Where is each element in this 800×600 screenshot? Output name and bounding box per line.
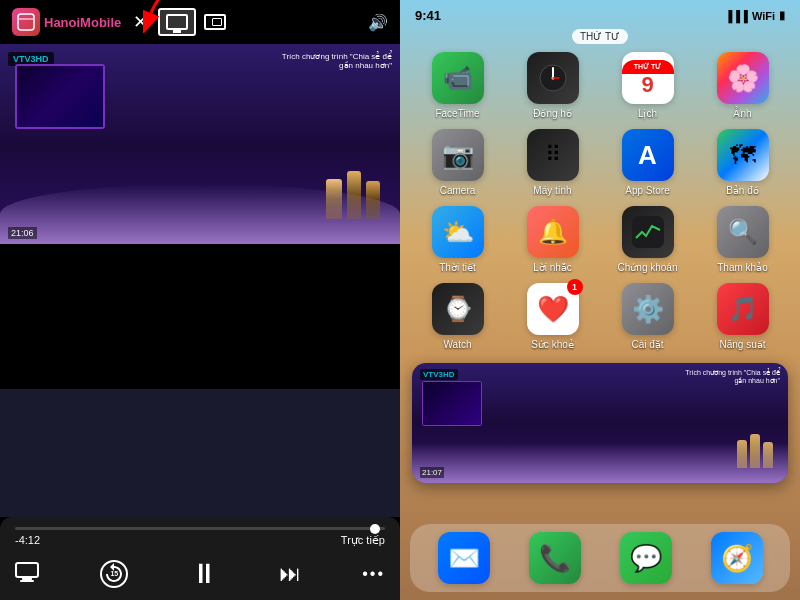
camera-icon: 📷 <box>432 129 484 181</box>
app-watch[interactable]: ⌚ Watch <box>415 283 500 350</box>
facetime-icon: 📹 <box>432 52 484 104</box>
app-clock[interactable]: Đồng hồ <box>510 52 595 119</box>
app-stocks[interactable]: Chứng khoán <box>605 206 690 273</box>
time-display-1: 21:06 <box>8 227 37 239</box>
stocks-label: Chứng khoán <box>618 262 678 273</box>
mail-icon: ✉️ <box>438 532 490 584</box>
video-player-panel: HanoiMobile ✕ 🔊 VTV3HD <box>0 0 400 600</box>
dock-phone[interactable]: 📞 <box>529 532 581 584</box>
signal-icon: ▐▐▐ <box>724 10 747 22</box>
calculator-icon: ⠿ <box>527 129 579 181</box>
reminders-icon: 🔔 <box>527 206 579 258</box>
status-icons: ▐▐▐ WiFi ▮ <box>724 9 785 22</box>
safari-icon: 🧭 <box>711 532 763 584</box>
app-camera[interactable]: 📷 Camera <box>415 129 500 196</box>
app-health[interactable]: ❤️ 1 Sức khoẻ <box>510 283 595 350</box>
calendar-label: Lịch <box>638 108 657 119</box>
maps-icon: 🗺 <box>717 129 769 181</box>
calculator-label: Máy tính <box>533 185 571 196</box>
calendar-icon: THỨ TƯ 9 <box>622 52 674 104</box>
video-area: VTV3HD Trích chương trình "Chia sẻ để gầ… <box>0 44 400 517</box>
stage-fog <box>0 184 400 244</box>
weather-label: Thời tiết <box>439 262 475 273</box>
logo-icon <box>12 8 40 36</box>
pause-button[interactable]: ⏸ <box>190 557 218 590</box>
clock-label: Đồng hồ <box>533 108 572 119</box>
hanoi-mobile-logo: HanoiMobile <box>12 8 121 36</box>
settings-label: Cài đặt <box>631 339 663 350</box>
photos-label: Ảnh <box>733 108 751 119</box>
iphone-background: 9:41 ▐▐▐ WiFi ▮ THỨ TƯ 📹 FaceTime <box>400 0 800 600</box>
logo-text: HanoiMobile <box>44 15 121 30</box>
time-info: -4:12 Trực tiếp <box>15 534 385 547</box>
stocks-icon <box>622 206 674 258</box>
pip-vtv-badge: VTV3HD <box>420 369 458 380</box>
health-icon: ❤️ 1 <box>527 283 579 335</box>
dock-messages[interactable]: 💬 <box>620 532 672 584</box>
top-bar: HanoiMobile ✕ 🔊 <box>0 0 400 44</box>
app-facetime[interactable]: 📹 FaceTime <box>415 52 500 119</box>
iphone-panel: 9:41 ▐▐▐ WiFi ▮ THỨ TƯ 📹 FaceTime <box>400 0 800 600</box>
maps-label: Bản đồ <box>726 185 759 196</box>
day-label: THỨ TƯ <box>572 29 628 44</box>
red-arrow <box>143 0 213 33</box>
app-calendar[interactable]: THỨ TƯ 9 Lịch <box>605 52 690 119</box>
reminders-label: Lời nhắc <box>533 262 572 273</box>
svg-rect-0 <box>18 14 34 30</box>
search-icon: 🔍 <box>717 206 769 258</box>
inner-screen <box>15 64 105 129</box>
controls-row: 15 ⏸ ⏭ ••• <box>15 557 385 590</box>
pip-video-overlay: VTV3HD Trích chương trình "Chia sẻ để gầ… <box>412 363 788 483</box>
svg-rect-3 <box>16 563 38 577</box>
skip-next-button[interactable]: ⏭ <box>279 561 301 587</box>
progress-area[interactable]: -4:12 Trực tiếp <box>15 527 385 547</box>
time-live: Trực tiếp <box>341 534 385 547</box>
wifi-icon: WiFi <box>752 10 775 22</box>
svg-rect-4 <box>22 577 32 580</box>
pip-show-title: Trích chương trình "Chia sẻ để gần nhau … <box>680 369 780 385</box>
messages-icon: 💬 <box>620 532 672 584</box>
app-reminders[interactable]: 🔔 Lời nhắc <box>510 206 595 273</box>
stage-visual: 21:06 <box>0 44 400 244</box>
appstore-icon: A <box>622 129 674 181</box>
health-label: Sức khoẻ <box>531 339 574 350</box>
video-content: VTV3HD Trích chương trình "Chia sẻ để gầ… <box>0 44 400 244</box>
dock-mail[interactable]: ✉️ <box>438 532 490 584</box>
pip-inner-screen <box>422 381 482 426</box>
status-time: 9:41 <box>415 8 441 23</box>
replay-label: 15 <box>110 570 118 577</box>
dark-area <box>0 244 400 389</box>
photos-icon: 🌸 <box>717 52 769 104</box>
app-weather[interactable]: ⛅ Thời tiết <box>415 206 500 273</box>
dock-safari[interactable]: 🧭 <box>711 532 763 584</box>
app-grid: 📹 FaceTime Đồng hồ <box>400 44 800 358</box>
pip-time-display: 21:07 <box>420 467 444 478</box>
productivity-label: Năng suất <box>719 339 765 350</box>
app-photos[interactable]: 🌸 Ảnh <box>700 52 785 119</box>
clock-icon <box>527 52 579 104</box>
replay-15-button[interactable]: 15 <box>100 560 128 588</box>
camera-label: Camera <box>440 185 476 196</box>
status-bar: 9:41 ▐▐▐ WiFi ▮ <box>400 0 800 27</box>
app-productivity[interactable]: 🎵 Năng suất <box>700 283 785 350</box>
app-calculator[interactable]: ⠿ Máy tính <box>510 129 595 196</box>
search-label: Tham khảo <box>717 262 767 273</box>
controls-bar: -4:12 Trực tiếp 15 <box>0 517 400 600</box>
app-appstore[interactable]: A App Store <box>605 129 690 196</box>
app-settings[interactable]: ⚙️ Cài đặt <box>605 283 690 350</box>
time-current: -4:12 <box>15 534 40 547</box>
pip-button[interactable] <box>204 14 226 30</box>
weather-icon: ⛅ <box>432 206 484 258</box>
pip-fog <box>412 443 788 483</box>
svg-rect-5 <box>20 580 34 582</box>
progress-track[interactable] <box>15 527 385 530</box>
app-search[interactable]: 🔍 Tham khảo <box>700 206 785 273</box>
progress-dot <box>370 524 380 534</box>
phone-icon: 📞 <box>529 532 581 584</box>
app-maps[interactable]: 🗺 Bản đồ <box>700 129 785 196</box>
more-button[interactable]: ••• <box>362 565 385 583</box>
volume-button[interactable]: 🔊 <box>368 13 388 32</box>
cast-button[interactable] <box>15 562 39 586</box>
dock: ✉️ 📞 💬 🧭 <box>410 524 790 592</box>
watch-label: Watch <box>444 339 472 350</box>
